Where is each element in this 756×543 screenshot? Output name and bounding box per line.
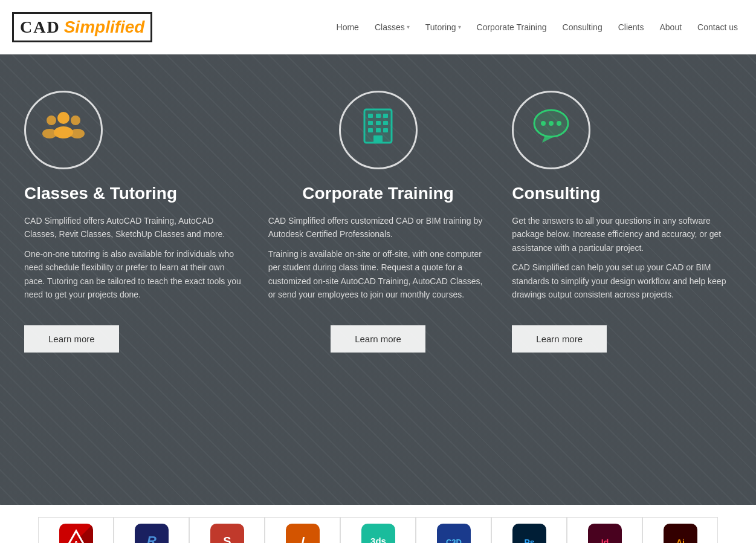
software-indesign[interactable]: Id InDesign — [567, 517, 642, 543]
consulting-icon-circle — [512, 91, 590, 169]
software-civil3d[interactable]: C3D Civil 3D — [416, 517, 491, 543]
nav-consulting[interactable]: Consulting — [557, 19, 609, 36]
classes-chevron: ▾ — [407, 24, 410, 30]
logo-cad-text: CAD — [20, 18, 60, 37]
software-bar: A AutoCAD R Revit S SketchUp I Inventor — [0, 505, 756, 543]
svg-rect-17 — [373, 135, 383, 143]
hero-col-classes: Classes & Tutoring CAD Simplified offers… — [12, 91, 256, 353]
classes-text2: One-on-one tutoring is also available fo… — [24, 247, 244, 302]
svg-text:R: R — [147, 533, 157, 543]
hero-col-consulting: Consulting Get the answers to all your q… — [500, 91, 744, 353]
svg-point-0 — [57, 112, 69, 124]
sketchup-icon: S — [210, 524, 244, 543]
nav-corporate-training[interactable]: Corporate Training — [471, 19, 553, 36]
nav-clients[interactable]: Clients — [612, 19, 650, 36]
hero-section: Classes & Tutoring CAD Simplified offers… — [0, 54, 756, 505]
software-illustrator[interactable]: Ai Illustrator — [642, 517, 718, 543]
svg-point-4 — [71, 115, 80, 125]
nav-home[interactable]: Home — [331, 19, 365, 36]
indesign-icon: Id — [588, 524, 622, 543]
software-inventor[interactable]: I Inventor — [265, 517, 340, 543]
classes-learn-more-button[interactable]: Learn more — [24, 325, 119, 353]
nav-contact[interactable]: Contact us — [691, 19, 744, 36]
classes-icon-circle — [24, 91, 103, 169]
photoshop-icon: Ps — [512, 524, 546, 543]
header: CAD Simplified Home Classes ▾ Tutoring ▾… — [0, 0, 756, 54]
svg-rect-15 — [376, 128, 381, 132]
logo-simplified-text: Simplified — [64, 18, 145, 37]
svg-text:Ps: Ps — [524, 538, 534, 543]
nav-classes[interactable]: Classes ▾ — [369, 19, 416, 36]
svg-point-2 — [47, 115, 56, 125]
consulting-learn-more-button[interactable]: Learn more — [512, 325, 607, 353]
svg-text:Ai: Ai — [676, 538, 685, 543]
logo-box: CAD Simplified — [12, 12, 152, 42]
svg-text:S: S — [223, 535, 231, 543]
svg-text:Id: Id — [601, 538, 608, 543]
svg-text:I: I — [301, 535, 305, 543]
svg-point-5 — [70, 129, 85, 138]
svg-text:C3D: C3D — [445, 538, 461, 543]
svg-point-3 — [42, 129, 57, 138]
corporate-icon — [358, 106, 398, 154]
svg-rect-10 — [383, 114, 388, 118]
corporate-title: Corporate Training — [302, 184, 453, 203]
illustrator-icon: Ai — [664, 524, 697, 543]
software-photoshop[interactable]: Ps Photoshop — [491, 517, 567, 543]
inventor-icon: I — [286, 524, 320, 543]
consulting-text1: Get the answers to all your questions in… — [512, 214, 732, 255]
svg-rect-8 — [368, 114, 373, 118]
software-3dsmax[interactable]: 3ds 3ds Max — [340, 517, 416, 543]
svg-rect-14 — [368, 128, 373, 132]
revit-icon: R — [135, 524, 169, 543]
svg-rect-11 — [368, 121, 373, 125]
classes-text1: CAD Simplified offers AutoCAD Training, … — [24, 214, 244, 241]
main-nav: Home Classes ▾ Tutoring ▾ Corporate Trai… — [331, 19, 744, 36]
svg-point-1 — [54, 126, 73, 138]
svg-rect-9 — [376, 114, 381, 118]
consulting-icon — [530, 106, 572, 154]
svg-rect-12 — [376, 121, 381, 125]
software-autocad[interactable]: A AutoCAD — [38, 517, 114, 543]
svg-point-22 — [557, 121, 561, 126]
corporate-text1: CAD Simplified offers customized CAD or … — [268, 214, 488, 241]
logo[interactable]: CAD Simplified — [12, 12, 152, 42]
hero-content: Classes & Tutoring CAD Simplified offers… — [0, 91, 756, 353]
classes-icon — [42, 108, 85, 152]
svg-rect-13 — [383, 121, 388, 125]
svg-point-20 — [541, 121, 546, 126]
corporate-icon-circle — [339, 91, 418, 169]
civil3d-icon: C3D — [437, 524, 471, 543]
3dsmax-icon: 3ds — [361, 524, 395, 543]
nav-about[interactable]: About — [653, 19, 688, 36]
svg-text:3ds: 3ds — [370, 536, 386, 543]
consulting-title: Consulting — [512, 184, 600, 203]
software-revit[interactable]: R Revit — [114, 517, 189, 543]
corporate-text2: Training is available on-site or off-sit… — [268, 247, 488, 302]
svg-text:A: A — [73, 539, 79, 543]
software-sketchup[interactable]: S SketchUp — [189, 517, 265, 543]
tutoring-chevron: ▾ — [458, 24, 461, 30]
hero-col-corporate: Corporate Training CAD Simplified offers… — [256, 91, 500, 353]
nav-tutoring[interactable]: Tutoring ▾ — [419, 19, 467, 36]
consulting-text2: CAD Simplified can help you set up your … — [512, 261, 732, 301]
classes-title: Classes & Tutoring — [24, 184, 177, 203]
autocad-icon: A — [59, 524, 93, 543]
corporate-learn-more-button[interactable]: Learn more — [331, 325, 425, 353]
svg-rect-16 — [383, 128, 388, 132]
svg-point-21 — [549, 121, 554, 126]
